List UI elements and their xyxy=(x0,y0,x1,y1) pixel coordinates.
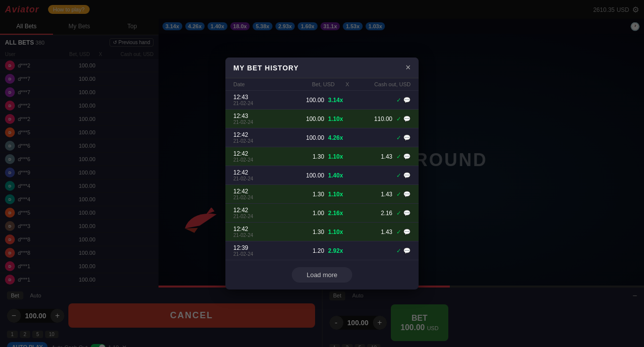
table-row: 12:42 21-02-24 1.30 1.10x 1.43 ✓ 💬 xyxy=(225,147,419,166)
table-row: 12:42 21-02-24 100.00 1.40x ✓ 💬 xyxy=(225,166,419,185)
row-icons: ✓ 💬 xyxy=(396,97,411,104)
row-icons: ✓ 💬 xyxy=(396,172,411,179)
row-x: 4.26x xyxy=(324,134,347,141)
check-icon: ✓ xyxy=(396,247,401,254)
table-row: 12:42 21-02-24 1.30 1.10x 1.43 ✓ 💬 xyxy=(225,223,419,241)
load-more-row: Load more xyxy=(225,260,419,289)
row-x: 2.16x xyxy=(324,210,347,217)
row-date: 12:43 21-02-24 xyxy=(233,94,279,106)
table-row: 12:42 21-02-24 1.30 1.10x 1.43 ✓ 💬 xyxy=(225,185,419,204)
row-bet: 1.30 xyxy=(279,191,324,198)
row-date: 12:42 21-02-24 xyxy=(233,131,279,144)
modal-rows: 12:43 21-02-24 100.00 3.14x ✓ 💬 12:43 21… xyxy=(225,91,419,260)
bet-history-modal: MY BET HISTORY × Date Bet, USD X Cash ou… xyxy=(225,58,419,289)
row-icons: ✓ 💬 xyxy=(396,247,411,254)
chat-icon: 💬 xyxy=(403,153,411,160)
row-x: 2.92x xyxy=(324,247,347,254)
check-icon: ✓ xyxy=(396,172,401,179)
modal-title: MY BET HISTORY xyxy=(233,64,299,72)
row-icons: ✓ 💬 xyxy=(396,116,411,122)
row-icons: ✓ 💬 xyxy=(396,134,411,141)
modal-col-x: X xyxy=(335,81,360,87)
check-icon: ✓ xyxy=(396,210,401,217)
row-icons: ✓ 💬 xyxy=(396,210,411,217)
check-icon: ✓ xyxy=(396,97,401,104)
table-row: 12:42 21-02-24 1.00 2.16x 2.16 ✓ 💬 xyxy=(225,204,419,223)
row-icons: ✓ 💬 xyxy=(396,153,411,160)
table-row: 12:42 21-02-24 100.00 4.26x ✓ 💬 xyxy=(225,128,419,147)
chat-icon: 💬 xyxy=(403,172,411,179)
row-cashout: 1.43 xyxy=(347,191,392,198)
row-x: 1.40x xyxy=(324,172,347,179)
modal-col-cashout: Cash out, USD xyxy=(360,81,411,87)
row-bet: 1.30 xyxy=(279,229,324,235)
row-date: 12:42 21-02-24 xyxy=(233,226,279,238)
table-row: 12:43 21-02-24 100.00 1.10x 110.00 ✓ 💬 xyxy=(225,110,419,128)
row-cashout: 1.43 xyxy=(347,229,392,235)
row-icons: ✓ 💬 xyxy=(396,229,411,235)
check-icon: ✓ xyxy=(396,229,401,235)
row-bet: 1.20 xyxy=(279,247,324,254)
chat-icon: 💬 xyxy=(403,134,411,141)
chat-icon: 💬 xyxy=(403,247,411,254)
check-icon: ✓ xyxy=(396,191,401,198)
row-x: 1.10x xyxy=(324,116,347,122)
row-bet: 100.00 xyxy=(279,97,324,104)
check-icon: ✓ xyxy=(396,153,401,160)
row-x: 3.14x xyxy=(324,97,347,104)
chat-icon: 💬 xyxy=(403,210,411,217)
row-bet: 1.00 xyxy=(279,210,324,217)
row-date: 12:42 21-02-24 xyxy=(233,207,279,219)
row-date: 12:42 21-02-24 xyxy=(233,188,279,200)
modal-overlay: MY BET HISTORY × Date Bet, USD X Cash ou… xyxy=(0,0,644,347)
row-bet: 100.00 xyxy=(279,116,324,122)
check-icon: ✓ xyxy=(396,116,401,122)
row-date: 12:39 21-02-24 xyxy=(233,244,279,257)
row-date: 12:42 21-02-24 xyxy=(233,169,279,181)
modal-col-bet: Bet, USD xyxy=(284,81,334,87)
chat-icon: 💬 xyxy=(403,116,411,122)
row-x: 1.10x xyxy=(324,191,347,198)
chat-icon: 💬 xyxy=(403,97,411,104)
modal-col-headers: Date Bet, USD X Cash out, USD xyxy=(225,78,419,91)
row-bet: 100.00 xyxy=(279,134,324,141)
row-icons: ✓ 💬 xyxy=(396,191,411,198)
modal-close-button[interactable]: × xyxy=(405,62,411,73)
chat-icon: 💬 xyxy=(403,229,411,235)
table-row: 12:43 21-02-24 100.00 3.14x ✓ 💬 xyxy=(225,91,419,110)
row-date: 12:42 21-02-24 xyxy=(233,150,279,163)
modal-col-date: Date xyxy=(233,81,284,87)
row-cashout: 1.43 xyxy=(347,153,392,160)
chat-icon: 💬 xyxy=(403,191,411,198)
row-bet: 100.00 xyxy=(279,172,324,179)
modal-header: MY BET HISTORY × xyxy=(225,58,419,78)
row-x: 1.10x xyxy=(324,153,347,160)
row-cashout: 110.00 xyxy=(347,116,392,122)
row-cashout: 2.16 xyxy=(347,210,392,217)
load-more-button[interactable]: Load more xyxy=(292,267,352,283)
table-row: 12:39 21-02-24 1.20 2.92x ✓ 💬 xyxy=(225,241,419,260)
row-date: 12:43 21-02-24 xyxy=(233,113,279,125)
row-x: 1.10x xyxy=(324,229,347,235)
check-icon: ✓ xyxy=(396,134,401,141)
row-bet: 1.30 xyxy=(279,153,324,160)
